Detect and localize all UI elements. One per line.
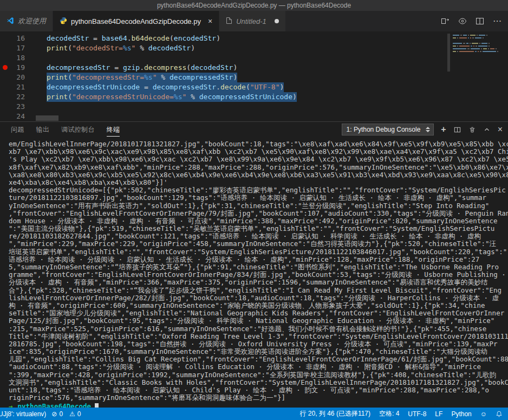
gutter[interactable]: 16 bbox=[0, 34, 36, 43]
line-number: 21 bbox=[10, 82, 25, 92]
open-changes-icon[interactable] bbox=[441, 17, 450, 25]
terminal-line: 5,"summaryInOneSentence":"“培养孩子的英文耳朵”"},… bbox=[9, 263, 508, 271]
title-bar[interactable]: pythonBase64DecodeAndGzipDecode.py — pyt… bbox=[0, 0, 508, 11]
encoding-item[interactable]: UTF-8 bbox=[408, 410, 426, 418]
terminal-line: Title":"牛津阅读树初阶","englishTitle":"Oxford … bbox=[9, 333, 508, 340]
terminal-line: yInOneSentence":"用有声书听出英语力","soldOut":1}… bbox=[9, 202, 508, 210]
more-actions-icon[interactable]: ⋯ bbox=[493, 17, 502, 25]
tab-label: 欢迎使用 bbox=[18, 16, 46, 26]
warning-count: 0 bbox=[77, 410, 81, 418]
tab-Untitled-1[interactable]: Untitled-1 bbox=[219, 11, 286, 31]
status-right: 行 20, 列 46 (已选择117) 空格: 4 UTF-8 LF Pytho… bbox=[300, 409, 503, 418]
terminal-line: riginPrice":576,"summaryInOneSentence":"… bbox=[9, 394, 508, 402]
tab-pythonBase64DecodeAndGzipDecode.py[interactable]: pythonBase64DecodeAndGzipDecode.py× bbox=[53, 11, 219, 31]
feedback-smiley-icon[interactable]: ☺ bbox=[480, 410, 487, 418]
code-line-19[interactable]: 19decompressedStr = gzip.decompress(deco… bbox=[0, 63, 508, 73]
breakpoint-area[interactable] bbox=[0, 92, 10, 102]
code-line-18[interactable]: 18 bbox=[0, 53, 508, 63]
close-panel-icon[interactable]: × bbox=[498, 125, 503, 134]
split-terminal-icon[interactable] bbox=[453, 126, 461, 134]
terminal-line: dom House · 分级读本 · 非虚构 · 虚构 · 有音频 · 可点读"… bbox=[9, 217, 508, 225]
split-editor-icon[interactable] bbox=[476, 17, 484, 25]
unsaved-dot-icon[interactable] bbox=[275, 19, 279, 23]
vscode-window: pythonBase64DecodeAndGzipDecode.py — pyt… bbox=[0, 0, 508, 420]
terminal-line: ,"frontCover":"EnglishLevelFrontCoverOrI… bbox=[9, 210, 508, 217]
code-editor[interactable]: 16decodedStr = base64.b64decode(encodedS… bbox=[0, 31, 508, 121]
terminal-lines: em/EnglishLevelInnerPage/201810171813218… bbox=[9, 140, 508, 402]
panel-actions: 1: Python Debug Console + bbox=[342, 124, 503, 135]
panel-tab-输出[interactable]: 输出 bbox=[36, 123, 50, 137]
language-mode-item[interactable]: Python bbox=[451, 410, 471, 418]
terminal-line: ","minPrice":229,"maxPrice":229,"originP… bbox=[9, 240, 508, 248]
terminal-line: ":"美国主流分级读物"},{"pk":519,"chineseTitle":"… bbox=[9, 225, 508, 232]
breakpoint-area[interactable] bbox=[0, 43, 10, 53]
python-interpreter-item[interactable]: UJj8': virtualenv) bbox=[0, 410, 46, 418]
terminal-line: 's Play \xc2\xb7 \xe7\xbb\x98\xe6\x9c\xa… bbox=[9, 156, 508, 163]
code-line-21[interactable]: 21decompressedStrUnicode = decompressedS… bbox=[0, 82, 508, 92]
code-line-20[interactable]: 20print("decompressedStr=%s" % decompres… bbox=[0, 73, 508, 82]
breakpoint-icon[interactable] bbox=[0, 63, 10, 73]
gutter[interactable]: 19 bbox=[0, 63, 36, 73]
select-arrows-icon bbox=[426, 127, 430, 132]
panel-header: 问题输出调试控制台终端 1: Python Debug Console + bbox=[0, 122, 508, 137]
code-line-23[interactable]: 23 bbox=[0, 102, 508, 112]
python-logo-icon bbox=[60, 17, 67, 26]
code-text: print("decompressedStrUnicode=%s" % deco… bbox=[47, 92, 297, 102]
cursor-position-item[interactable]: 行 20, 列 46 (已选择117) bbox=[300, 409, 371, 418]
line-number: 20 bbox=[10, 73, 25, 82]
code-line-22[interactable]: 22print("decompressedStrUnicode=%s" % de… bbox=[0, 92, 508, 102]
terminal-line: unt":18,"tags":"语感培养 · 绘本阅读 · 启蒙认知 · Chi… bbox=[9, 386, 508, 394]
close-tab-icon[interactable]: × bbox=[208, 17, 212, 25]
minimap[interactable] bbox=[451, 34, 508, 120]
new-terminal-icon[interactable]: + bbox=[441, 125, 446, 134]
status-bar: UJj8': virtualenv) ⊘ 0 ⚠ 0 行 20, 列 46 (已… bbox=[0, 408, 508, 420]
terminal-line: \xa8\xe8\x80\xb3\xe6\x9c\xb5\xe5\x92\x8c… bbox=[9, 171, 508, 179]
code-line-16[interactable]: 16decodedStr = base64.b64decode(encodedS… bbox=[0, 34, 508, 43]
line-number: 23 bbox=[10, 102, 25, 112]
editor-tabs: 欢迎使用pythonBase64DecodeAndGzipDecode.py×U… bbox=[0, 11, 286, 31]
terminal-line: xb7 \xe7\xbb\x98\xe6\x9c\xac\xe9\x98\x85… bbox=[9, 148, 508, 156]
breakpoint-area[interactable] bbox=[0, 82, 10, 92]
kill-terminal-trash-icon[interactable] bbox=[468, 126, 476, 134]
eol-item[interactable]: LF bbox=[435, 410, 442, 418]
terminal-line: 分级读本 · 虚构 · 有音频","minPrice":366,"maxPric… bbox=[9, 279, 508, 286]
terminal-line: ":399,"maxPrice":428,"originPrice":1992,… bbox=[9, 371, 508, 379]
maximize-panel-icon[interactable] bbox=[483, 126, 491, 133]
gutter[interactable]: 22 bbox=[0, 92, 36, 102]
editor-tab-bar: 欢迎使用pythonBase64DecodeAndGzipDecode.py×U… bbox=[0, 11, 508, 31]
gutter[interactable]: 18 bbox=[0, 53, 36, 63]
panel-tab-终端[interactable]: 终端 bbox=[107, 123, 120, 137]
breakpoint-area[interactable] bbox=[0, 102, 10, 112]
panel-tab-调试控制台[interactable]: 调试控制台 bbox=[61, 123, 95, 137]
breakpoint-area[interactable] bbox=[0, 73, 10, 82]
gutter[interactable]: 24 bbox=[0, 112, 36, 121]
line-number: 17 bbox=[10, 43, 25, 53]
terminal-instance-select[interactable]: 1: Python Debug Console bbox=[342, 124, 434, 135]
gutter[interactable]: 23 bbox=[0, 102, 36, 112]
code-text: print("decodedStr=%s" % decodedStr) bbox=[47, 43, 195, 53]
panel-tab-问题[interactable]: 问题 bbox=[11, 123, 24, 137]
notifications-bell-icon[interactable] bbox=[496, 410, 503, 418]
indentation-item[interactable]: 空格: 4 bbox=[379, 409, 399, 418]
breakpoint-area[interactable] bbox=[0, 112, 10, 121]
terminal-line: ture/20181122103816897.jpg","bookCount":… bbox=[9, 194, 508, 202]
gutter[interactable]: 17 bbox=[0, 43, 36, 53]
terminal-line: lishLevelFrontCoverOrInnerPage/282/封面.jp… bbox=[9, 294, 508, 302]
code-line-17[interactable]: 17print("decodedStr=%s" % decodedStr) bbox=[0, 43, 508, 53]
horizontal-scrollbar-thumb[interactable] bbox=[36, 115, 58, 121]
problems-status-item[interactable]: ⊘ 0 ⚠ 0 bbox=[51, 410, 81, 418]
tab-label: Untitled-1 bbox=[236, 17, 266, 25]
gutter[interactable]: 20 bbox=[0, 73, 36, 82]
gutter[interactable]: 21 bbox=[0, 82, 36, 92]
breakpoint-area[interactable] bbox=[0, 34, 10, 43]
code-text: decodedStr = base64.b64decode(encodedStr… bbox=[47, 34, 220, 43]
code-line-24[interactable]: 24 bbox=[0, 112, 508, 121]
terminal-line: x8f\xaf\xe7\x82\xb9\xe8\xaf\xbb","minPri… bbox=[9, 164, 508, 171]
error-count: 0 bbox=[59, 410, 63, 418]
terminal-line: 培珽英语启蒙书单","englishTitle":"","frontCover"… bbox=[9, 248, 508, 256]
terminal-prompt[interactable]: →pythonBase64Decode bbox=[9, 402, 508, 408]
terminal-output[interactable]: em/EnglishLevelInnerPage/201810171813218… bbox=[0, 137, 508, 408]
breakpoint-area[interactable] bbox=[0, 53, 10, 63]
tab-欢迎使用[interactable]: 欢迎使用 bbox=[0, 11, 53, 31]
open-preview-icon[interactable] bbox=[458, 17, 467, 25]
